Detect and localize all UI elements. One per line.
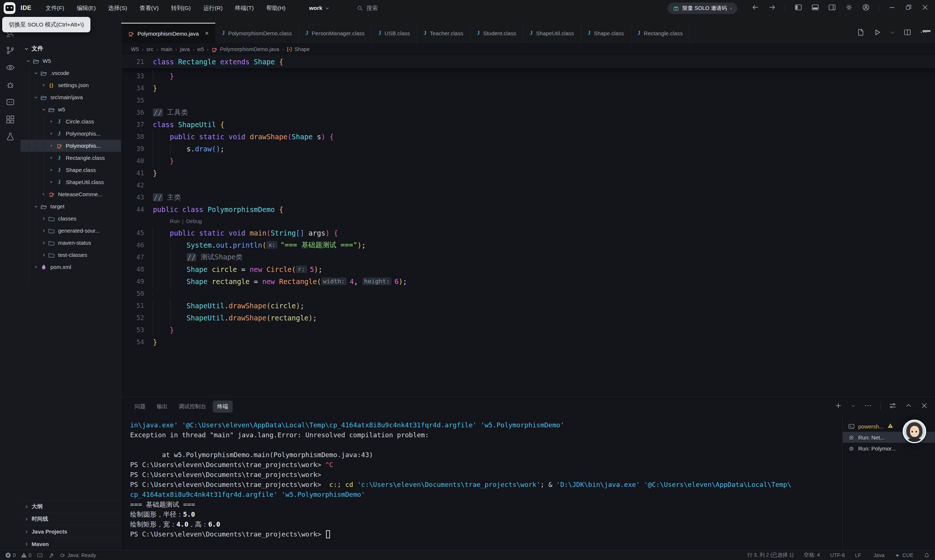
editor-action-more-button[interactable] — [920, 28, 928, 38]
tab[interactable]: JTeacher.class — [417, 23, 471, 43]
tab[interactable]: JStudent.class — [470, 23, 523, 43]
panel-tab-调试控制台[interactable]: 调试控制台 — [174, 400, 211, 413]
minimize-button[interactable] — [888, 3, 896, 13]
breadcrumb-item[interactable]: Shape — [287, 46, 310, 52]
tree-item[interactable]: JShape.class — [21, 164, 121, 176]
status-item[interactable] — [924, 552, 930, 558]
status-item--4[interactable]: 空格: 4 — [804, 552, 820, 558]
tree-item[interactable]: NeteaseComme... — [21, 188, 121, 200]
tab[interactable]: JPolymorphismDemo.class — [215, 23, 299, 43]
menu-item[interactable]: 编辑(E) — [77, 5, 96, 12]
status-item[interactable] — [48, 552, 54, 558]
status-item-lf[interactable]: LF — [855, 552, 861, 558]
app-logo-icon[interactable] — [4, 2, 15, 14]
menu-item[interactable]: 转到(G) — [171, 5, 191, 12]
tab-close-icon[interactable]: × — [205, 30, 209, 37]
layout-right-button[interactable] — [828, 3, 836, 13]
account-button[interactable] — [862, 3, 870, 13]
workspace-switcher[interactable]: work — [309, 5, 330, 11]
tree-item[interactable]: pom.xml — [21, 261, 121, 273]
global-search[interactable]: 搜索 — [357, 5, 378, 12]
breadcrumb-item[interactable]: main — [161, 46, 172, 52]
panel-chevron-down-button[interactable] — [850, 403, 856, 410]
codelens-run-link[interactable]: Run — [170, 218, 180, 224]
restore-button[interactable] — [905, 4, 912, 12]
tree-item[interactable]: JRectangle.class — [21, 152, 121, 164]
status-item-utf-8[interactable]: UTF-8 — [830, 552, 845, 558]
scrollbar-thumb[interactable] — [923, 30, 930, 32]
tab[interactable]: PolymorphismDemo.java× — [121, 23, 215, 43]
editor-action-new-file-button[interactable] — [857, 28, 865, 38]
menu-item[interactable]: 查看(V) — [140, 5, 159, 12]
solo-invite-badge[interactable]: 限量 SOLO 邀请码 › — [667, 3, 737, 14]
activitybar-beaker-button[interactable] — [5, 132, 15, 142]
tree-item[interactable]: target — [21, 200, 121, 212]
menu-item[interactable]: 终端(T) — [235, 5, 254, 12]
status-item-cue[interactable]: CUE — [895, 552, 913, 558]
breadcrumb-item[interactable]: src — [146, 46, 153, 52]
tree-item[interactable]: JCircle.class — [21, 115, 121, 128]
breadcrumb-item[interactable]: java — [180, 46, 190, 52]
panel-more-button[interactable] — [864, 402, 872, 411]
arrow-right-button[interactable] — [768, 3, 776, 13]
status-item-0[interactable]: 0 — [21, 552, 32, 558]
tree-item[interactable]: .vscode — [21, 67, 121, 79]
tab[interactable]: JRectangle.class — [631, 23, 690, 43]
status-item-java-ready[interactable]: Java: Ready — [60, 552, 96, 558]
menu-item[interactable]: 帮助(H) — [266, 5, 286, 12]
panel-sliders-button[interactable] — [889, 402, 897, 411]
panel-tab-输出[interactable]: 输出 — [152, 400, 172, 413]
activitybar-eye-button[interactable] — [5, 63, 15, 73]
editor-action-chevron-down-button[interactable] — [890, 30, 895, 37]
tree-item[interactable]: src\main\java — [21, 91, 121, 103]
sidebar-section-时间线[interactable]: 时间线 — [21, 512, 121, 525]
tree-item[interactable]: W5 — [21, 55, 121, 67]
status-item-0[interactable]: 0 — [5, 552, 16, 558]
breadcrumb-item[interactable]: PolymorphismDemo.java — [211, 46, 279, 52]
tab[interactable]: JShape.class — [581, 23, 631, 43]
panel-plus-button[interactable] — [834, 402, 843, 411]
tree-item[interactable]: w5 — [21, 103, 121, 115]
menu-item[interactable]: 文件(F) — [46, 5, 64, 12]
status-item[interactable] — [37, 552, 43, 558]
status-item--3-2-1-[interactable]: 行 3, 列 2 (已选择 1) — [747, 552, 794, 558]
tree-item[interactable]: JPolymorphis... — [21, 128, 121, 140]
tab[interactable]: JUSB.class — [372, 23, 417, 43]
panel-tab-问题[interactable]: 问题 — [130, 400, 150, 413]
tree-item[interactable]: Polymorphis... — [21, 140, 121, 152]
tree-item[interactable]: generated-sour... — [21, 225, 121, 237]
assistant-avatar[interactable] — [903, 420, 926, 443]
sidebar-section-Java Projects[interactable]: Java Projects — [21, 525, 121, 538]
panel-tab-终端[interactable]: 终端 — [213, 400, 233, 413]
editor-action-split-button[interactable] — [903, 28, 912, 38]
menu-item[interactable]: 运行(R) — [203, 5, 223, 12]
tree-item[interactable]: classes — [21, 212, 121, 225]
sidebar-section-Maven[interactable]: Maven — [21, 538, 121, 550]
menu-item[interactable]: 选择(S) — [108, 5, 127, 12]
terminal-session[interactable]: Run: Polymor... — [843, 443, 935, 454]
explorer-section-header[interactable]: 文件 — [21, 43, 121, 55]
activitybar-extensions-button[interactable] — [5, 114, 15, 125]
layout-left-button[interactable] — [794, 3, 802, 13]
panel-chevron-up-button[interactable] — [905, 402, 912, 411]
terminal-output[interactable]: in\java.exe' '@C:\Users\eleven\AppData\L… — [121, 415, 843, 550]
code-editor[interactable]: 21class Rectangle extends Shape { 33 }34… — [121, 55, 935, 397]
arrow-left-button[interactable] — [751, 3, 759, 13]
tree-item[interactable]: {}settings.json — [21, 79, 121, 91]
layout-bottom-button[interactable] — [811, 3, 819, 13]
gear-button[interactable] — [845, 3, 853, 13]
activitybar-debug-button[interactable] — [5, 80, 15, 90]
breadcrumb-item[interactable]: W5 — [131, 46, 139, 52]
breadcrumb-item[interactable]: w5 — [197, 46, 205, 52]
tab[interactable]: JShapeUtil.class — [523, 23, 581, 43]
activitybar-source-control-button[interactable] — [5, 45, 15, 55]
tree-item[interactable]: JShapeUtil.class — [21, 176, 121, 188]
panel-close-button[interactable] — [920, 402, 928, 411]
tree-item[interactable]: maven-status — [21, 237, 121, 249]
activitybar-chat-button[interactable] — [5, 97, 15, 107]
editor-action-run-button[interactable] — [873, 28, 882, 38]
tab[interactable]: JPersonManager.class — [299, 23, 372, 43]
codelens-debug-link[interactable]: Debug — [186, 218, 202, 224]
close-button[interactable] — [921, 3, 929, 13]
sidebar-section-大纲[interactable]: 大纲 — [21, 500, 121, 512]
